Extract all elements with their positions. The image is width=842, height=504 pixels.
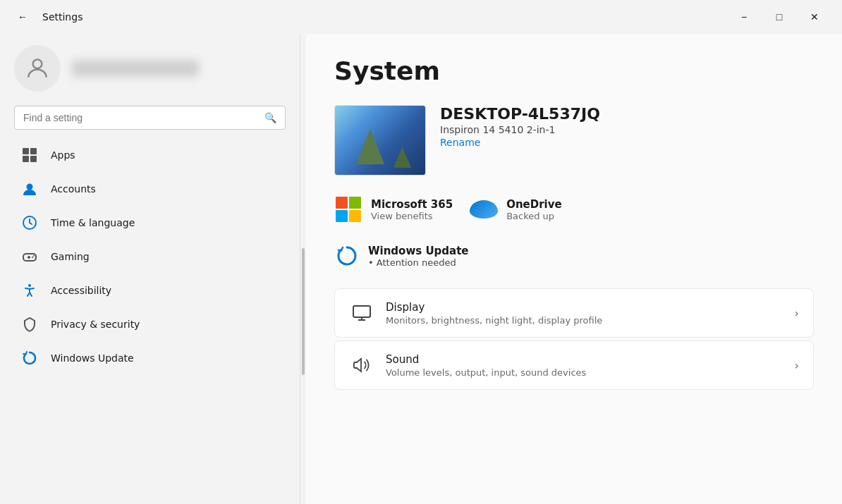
svg-rect-3 (23, 156, 29, 162)
svg-rect-14 (353, 306, 370, 317)
back-icon: ← (18, 11, 28, 23)
windows-update-section[interactable]: Windows Update • Attention needed (334, 243, 814, 269)
accessibility-icon (20, 281, 39, 300)
sound-desc: Volume levels, output, input, sound devi… (386, 367, 586, 378)
sound-card-left: Sound Volume levels, output, input, soun… (349, 352, 586, 378)
sidebar-item-windows-update[interactable]: Windows Update (6, 341, 294, 375)
display-card[interactable]: Display Monitors, brightness, night ligh… (334, 288, 814, 338)
back-button[interactable]: ← (11, 6, 34, 28)
maximize-button[interactable]: □ (763, 6, 795, 28)
gaming-icon (20, 247, 39, 266)
onedrive-sub: Backed up (506, 211, 562, 221)
close-button[interactable]: ✕ (798, 6, 831, 28)
sidebar-item-privacy-security[interactable]: Privacy & security (6, 307, 294, 341)
accessibility-label: Accessibility (51, 285, 111, 296)
title-bar: ← Settings − □ ✕ (0, 0, 842, 34)
app-body: 🔍 Apps (0, 34, 842, 504)
minimize-button[interactable]: − (728, 6, 760, 28)
svg-rect-1 (23, 148, 29, 154)
onedrive-text: OneDrive Backed up (506, 198, 562, 221)
page-title: System (334, 56, 814, 85)
scrollbar-thumb[interactable] (302, 248, 305, 375)
device-info: DESKTOP-4L537JQ Inspiron 14 5410 2-in-1 … (440, 105, 600, 148)
avatar (14, 45, 61, 92)
microsoft365-item[interactable]: Microsoft 365 View benefits (334, 195, 453, 223)
display-name: Display (386, 301, 602, 314)
device-card: DESKTOP-4L537JQ Inspiron 14 5410 2-in-1 … (334, 105, 814, 176)
svg-point-13 (337, 246, 357, 266)
sidebar-item-accounts[interactable]: Accounts (6, 172, 294, 206)
svg-point-10 (32, 257, 33, 258)
services-row: Microsoft 365 View benefits OneDrive Bac… (334, 195, 814, 223)
sidebar: 🔍 Apps (0, 34, 300, 504)
device-name: DESKTOP-4L537JQ (440, 105, 600, 123)
windows-update-sidebar-icon (20, 348, 39, 368)
svg-rect-2 (30, 148, 37, 154)
sidebar-wrapper: 🔍 Apps (0, 34, 306, 504)
sound-chevron-icon: › (795, 359, 799, 372)
microsoft365-text: Microsoft 365 View benefits (371, 198, 453, 221)
onedrive-item[interactable]: OneDrive Backed up (470, 195, 562, 223)
device-image (335, 106, 425, 175)
person-icon (24, 55, 51, 82)
sidebar-item-apps[interactable]: Apps (6, 138, 294, 172)
gaming-label: Gaming (51, 251, 90, 262)
window-controls: − □ ✕ (728, 6, 831, 28)
display-desc: Monitors, brightness, night light, displ… (386, 315, 602, 326)
windows-update-sidebar-label: Windows Update (51, 352, 134, 364)
title-bar-left: ← Settings (11, 6, 83, 28)
display-card-text: Display Monitors, brightness, night ligh… (386, 301, 602, 326)
rename-link[interactable]: Rename (440, 137, 600, 148)
svg-point-11 (33, 255, 35, 257)
display-icon (349, 300, 374, 326)
scrollbar-track[interactable] (300, 34, 306, 504)
accounts-icon (20, 179, 39, 199)
device-model: Inspiron 14 5410 2-in-1 (440, 124, 600, 135)
svg-point-12 (28, 284, 31, 287)
sidebar-item-gaming[interactable]: Gaming (6, 240, 294, 273)
windows-update-status: • Attention needed (368, 257, 469, 268)
time-language-label: Time & language (51, 217, 135, 228)
search-input[interactable] (23, 112, 259, 123)
username-blurred (72, 60, 199, 77)
apps-label: Apps (51, 149, 75, 161)
onedrive-icon (470, 195, 498, 223)
onedrive-name: OneDrive (506, 198, 562, 211)
user-profile[interactable] (0, 34, 300, 100)
search-box[interactable]: 🔍 (14, 106, 286, 130)
microsoft365-icon (334, 195, 362, 223)
sidebar-item-accessibility[interactable]: Accessibility (6, 273, 294, 307)
windows-update-name: Windows Update (368, 245, 469, 257)
sound-card[interactable]: Sound Volume levels, output, input, soun… (334, 340, 814, 390)
windows-update-text: Windows Update • Attention needed (368, 245, 469, 268)
settings-cards: Display Monitors, brightness, night ligh… (334, 288, 814, 390)
svg-rect-4 (30, 156, 37, 162)
display-card-left: Display Monitors, brightness, night ligh… (349, 300, 602, 326)
app-title: Settings (42, 11, 83, 23)
microsoft365-name: Microsoft 365 (371, 198, 453, 211)
main-content: System DESKTOP-4L537JQ Inspiron 14 5410 … (306, 34, 842, 504)
search-icon: 🔍 (264, 112, 276, 123)
time-icon (20, 213, 39, 233)
apps-icon (20, 145, 39, 165)
sound-icon (349, 352, 374, 378)
windows-update-icon (334, 243, 360, 269)
privacy-security-label: Privacy & security (51, 319, 140, 330)
search-container: 🔍 (0, 100, 300, 138)
device-thumbnail (334, 105, 426, 176)
svg-point-0 (33, 59, 42, 68)
privacy-icon (20, 314, 39, 334)
accounts-label: Accounts (51, 183, 96, 195)
sound-card-text: Sound Volume levels, output, input, soun… (386, 353, 586, 378)
svg-point-5 (27, 184, 33, 190)
sound-name: Sound (386, 353, 586, 366)
display-chevron-icon: › (795, 307, 799, 320)
sidebar-item-time-language[interactable]: Time & language (6, 206, 294, 240)
microsoft365-sub: View benefits (371, 211, 453, 221)
